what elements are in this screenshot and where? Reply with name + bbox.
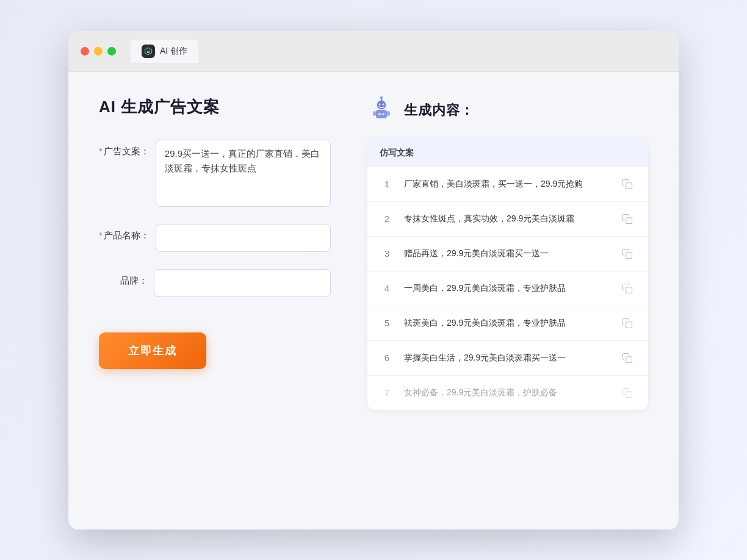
right-header: 生成内容： — [367, 96, 648, 124]
copy-icon-3[interactable] — [619, 245, 636, 262]
copy-icon-5[interactable] — [619, 315, 636, 332]
result-text-7: 女神必备，29.9元美白淡斑霜，护肤必备 — [404, 386, 609, 399]
result-num-6: 6 — [380, 353, 394, 363]
result-text-6: 掌握美白生活，29.9元美白淡斑霜买一送一 — [404, 351, 609, 364]
result-text-2: 专抹女性斑点，真实功效，29.9元美白淡斑霜 — [404, 212, 609, 225]
brand-group: 品牌： 好白 — [99, 269, 331, 297]
ad-copy-label: *广告文案： — [99, 140, 150, 157]
svg-point-6 — [379, 103, 381, 105]
minimize-button[interactable] — [94, 47, 103, 56]
right-title: 生成内容： — [404, 101, 474, 120]
results-table: 仿写文案 1 厂家直销，美白淡斑霜，买一送一，29.9元抢购 2 专抹女性斑点，… — [367, 139, 648, 410]
svg-rect-10 — [387, 111, 390, 116]
required-star-1: * — [99, 146, 103, 156]
svg-rect-13 — [626, 182, 632, 188]
copy-icon-4[interactable] — [619, 280, 636, 297]
svg-point-12 — [382, 113, 384, 115]
result-row: 6 掌握美白生活，29.9元美白淡斑霜买一送一 — [367, 341, 648, 376]
svg-rect-8 — [376, 110, 387, 118]
result-row: 3 赠品再送，29.9元美白淡斑霜买一送一 — [367, 237, 648, 271]
copy-icon-6[interactable] — [619, 350, 636, 367]
required-star-2: * — [99, 230, 103, 240]
result-num-1: 1 — [380, 179, 394, 189]
svg-point-7 — [383, 103, 384, 105]
ai-tab[interactable]: AI AI 创作 — [131, 40, 198, 63]
result-num-5: 5 — [380, 318, 394, 328]
copy-icon-7[interactable] — [619, 384, 636, 401]
browser-window: AI AI 创作 AI 生成广告文案 *广告文案： 29.9买一送一，真正的厂家… — [68, 31, 679, 529]
result-text-4: 一周美白，29.9元美白淡斑霜，专业护肤品 — [404, 282, 609, 295]
right-panel: 生成内容： 仿写文案 1 厂家直销，美白淡斑霜，买一送一，29.9元抢购 2 — [367, 96, 648, 505]
robot-icon — [367, 96, 395, 124]
results-header: 仿写文案 — [367, 139, 648, 167]
browser-titlebar: AI AI 创作 — [68, 31, 679, 72]
product-name-input[interactable]: 美白淡斑霜 — [156, 224, 331, 252]
tab-label: AI 创作 — [160, 46, 187, 57]
result-text-3: 赠品再送，29.9元美白淡斑霜买一送一 — [404, 247, 609, 260]
result-row: 2 专抹女性斑点，真实功效，29.9元美白淡斑霜 — [367, 202, 648, 237]
svg-rect-16 — [626, 287, 632, 293]
brand-label: 品牌： — [99, 269, 148, 287]
result-num-7: 7 — [380, 387, 394, 398]
svg-rect-9 — [373, 111, 376, 116]
product-name-group: *产品名称： 美白淡斑霜 — [99, 224, 331, 252]
browser-content: AI 生成广告文案 *广告文案： 29.9买一送一，真正的厂家直销，美白淡斑霜，… — [68, 72, 679, 529]
svg-rect-19 — [626, 391, 632, 397]
result-row-faded: 7 女神必备，29.9元美白淡斑霜，护肤必备 — [367, 376, 648, 410]
svg-rect-18 — [626, 356, 632, 362]
svg-rect-14 — [626, 217, 632, 223]
result-num-3: 3 — [380, 248, 394, 259]
result-row: 1 厂家直销，美白淡斑霜，买一送一，29.9元抢购 — [367, 167, 648, 202]
brand-input[interactable]: 好白 — [154, 269, 331, 297]
result-text-1: 厂家直销，美白淡斑霜，买一送一，29.9元抢购 — [404, 178, 609, 190]
result-num-2: 2 — [380, 214, 394, 224]
result-row: 4 一周美白，29.9元美白淡斑霜，专业护肤品 — [367, 271, 648, 306]
left-panel: AI 生成广告文案 *广告文案： 29.9买一送一，真正的厂家直销，美白淡斑霜，… — [99, 96, 331, 505]
svg-point-11 — [378, 113, 381, 115]
maximize-button[interactable] — [107, 47, 116, 56]
svg-rect-17 — [626, 321, 632, 328]
result-row: 5 祛斑美白，29.9元美白淡斑霜，专业护肤品 — [367, 306, 648, 341]
svg-text:AI: AI — [146, 49, 150, 53]
page-title: AI 生成广告文案 — [99, 96, 331, 118]
result-num-4: 4 — [380, 283, 394, 293]
result-text-5: 祛斑美白，29.9元美白淡斑霜，专业护肤品 — [404, 317, 609, 329]
product-name-label: *产品名称： — [99, 224, 150, 242]
ad-copy-group: *广告文案： 29.9买一送一，真正的厂家直销，美白淡斑霜，专抹女性斑点 — [99, 140, 331, 207]
svg-point-5 — [380, 96, 383, 99]
generate-button[interactable]: 立即生成 — [99, 332, 206, 369]
copy-icon-1[interactable] — [619, 176, 636, 193]
copy-icon-2[interactable] — [619, 210, 636, 228]
ad-copy-input[interactable]: 29.9买一送一，真正的厂家直销，美白淡斑霜，专抹女性斑点 — [156, 140, 331, 207]
traffic-lights — [81, 47, 116, 56]
close-button[interactable] — [81, 47, 89, 56]
svg-rect-15 — [626, 252, 632, 258]
ai-icon: AI — [142, 45, 155, 58]
